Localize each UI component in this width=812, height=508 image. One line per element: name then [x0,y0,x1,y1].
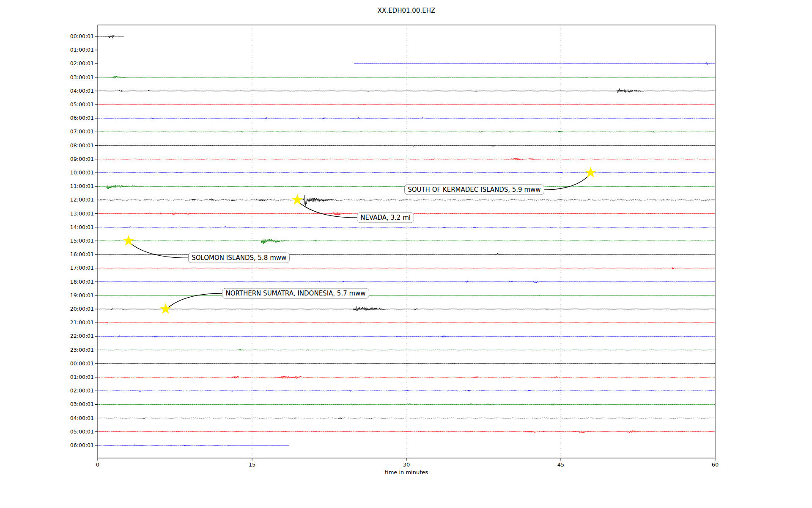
y-tick-label: 00:00:01 [0,360,94,367]
trace-row-21 [98,322,715,323]
event-star-icon [160,303,171,314]
trace-row-26 [98,390,715,392]
y-tick-label: 03:00:01 [0,74,94,81]
y-tick-label: 16:00:01 [0,251,94,258]
event-star-icon [585,167,596,177]
annotation-leader [166,293,222,310]
y-tick-label: 05:00:01 [0,101,94,108]
y-tick-label: 14:00:01 [0,224,94,231]
x-tick-label: 60 [702,461,728,468]
trace-lines [98,35,715,446]
y-tick-label: 13:00:01 [0,210,94,217]
trace-row-14 [98,226,715,228]
y-tick-label: 04:00:01 [0,88,94,94]
trace-row-23 [98,349,715,351]
x-tick-label: 0 [85,461,110,468]
y-tick-label: 03:00:01 [0,401,94,408]
trace-row-18 [98,281,715,283]
trace-row-7 [98,131,715,133]
trace-row-20 [98,306,715,311]
y-tick-label: 17:00:01 [0,265,94,271]
trace-row-10 [98,172,715,173]
x-tick-label: 15 [239,461,265,468]
event-annotation-label: NORTHERN SUMATRA, INDONESIA, 5.7 mww [222,288,369,298]
trace-row-5 [98,104,715,105]
trace-row-6 [98,117,715,119]
event-star-icon [123,235,134,246]
y-tick-label: 01:00:01 [0,47,94,53]
trace-row-24 [98,363,715,364]
y-tick-label: 19:00:01 [0,292,94,299]
y-tick-label: 02:00:01 [0,60,94,67]
trace-row-3 [98,76,715,79]
x-axis-label: time in minutes [98,469,715,475]
y-tick-label: 20:00:01 [0,306,94,312]
trace-row-17 [98,267,715,269]
y-tick-label: 21:00:01 [0,319,94,326]
event-annotation-label: SOLOMON ISLANDS, 5.8 mww [188,253,290,263]
y-tick-label: 08:00:01 [0,142,94,149]
event-annotation-label: SOUTH OF KERMADEC ISLANDS, 5.9 mww [404,185,544,195]
trace-row-9 [98,158,715,160]
trace-row-4 [98,88,715,93]
trace-row-19 [98,295,715,296]
annotation-leader [544,174,591,190]
seismogram-figure: XX.EDH01.00.EHZ 00:00:0101:00:0102:00:01… [0,0,812,508]
trace-row-22 [98,336,715,337]
event-annotation-label: NEVADA, 3.2 ml [357,213,414,223]
trace-row-29 [98,431,715,433]
plot-area [0,0,812,508]
y-tick-label: 18:00:01 [0,279,94,285]
y-tick-label: 11:00:01 [0,183,94,190]
y-tick-label: 10:00:01 [0,169,94,176]
axes [95,25,715,461]
annotation-leader [129,242,188,258]
y-tick-label: 15:00:01 [0,237,94,244]
trace-row-27 [98,403,715,405]
y-tick-label: 09:00:01 [0,156,94,163]
y-tick-label: 00:00:01 [0,33,94,40]
gridlines [252,25,561,458]
y-tick-label: 04:00:01 [0,415,94,422]
trace-row-0 [98,35,123,39]
trace-row-8 [98,145,715,146]
y-tick-label: 05:00:01 [0,428,94,435]
trace-row-25 [98,376,715,379]
trace-row-30 [98,445,229,447]
trace-row-15 [98,239,715,244]
x-tick-label: 30 [394,461,419,468]
y-tick-label: 07:00:01 [0,128,94,135]
y-tick-label: 12:00:01 [0,196,94,203]
y-tick-label: 23:00:01 [0,347,94,353]
x-tick-label: 45 [548,461,573,468]
y-tick-label: 22:00:01 [0,333,94,340]
y-tick-label: 02:00:01 [0,387,94,394]
trace-row-12 [98,195,715,206]
trace-row-28 [98,417,715,419]
y-tick-label: 06:00:01 [0,442,94,449]
y-tick-label: 06:00:01 [0,115,94,121]
y-tick-label: 01:00:01 [0,374,94,381]
event-star-icon [292,194,303,204]
plot-title: XX.EDH01.00.EHZ [98,7,715,14]
trace-row-2 [354,63,715,65]
